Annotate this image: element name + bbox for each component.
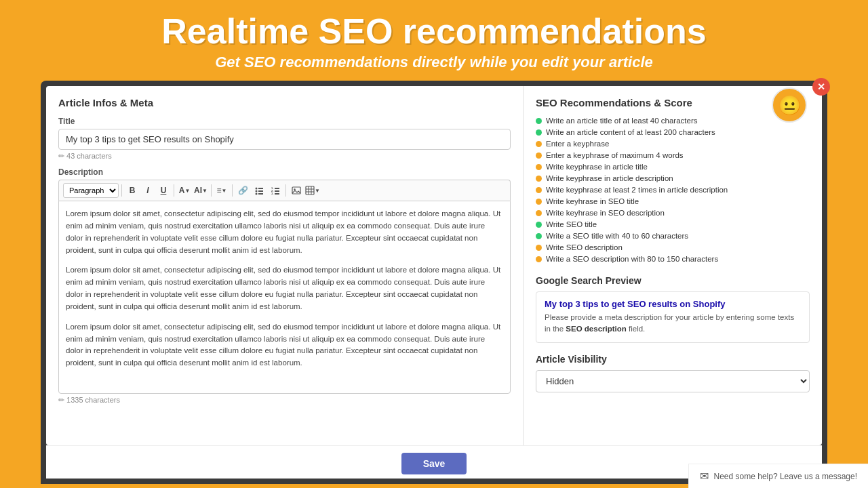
visibility-select[interactable]: Hidden Visible: [536, 370, 810, 392]
rec-dot-3: [536, 152, 542, 159]
rec-item-7: Write keyhrase in SEO title: [536, 197, 810, 205]
svg-rect-3: [258, 190, 263, 192]
rec-text-9: Write SEO title: [546, 220, 597, 228]
avatar: 😐: [772, 87, 807, 123]
table-button[interactable]: ▼: [305, 183, 320, 198]
toolbar-separator-3: [211, 184, 212, 197]
rec-text-8: Write keyhrase in SEO description: [546, 209, 665, 217]
rec-text-12: Write a SEO description with 80 to 150 c…: [546, 255, 718, 263]
rec-item-0: Write an article title of at least 40 ch…: [536, 117, 810, 125]
header: Realtime SEO recommendations Get SEO rec…: [0, 0, 868, 81]
bold-button[interactable]: B: [125, 183, 140, 198]
rec-item-10: Write a SEO title with 40 to 60 characte…: [536, 232, 810, 240]
rec-text-7: Write keyhrase in SEO title: [546, 197, 639, 205]
underline-button[interactable]: U: [156, 183, 171, 198]
rec-text-2: Enter a keyphrase: [546, 140, 609, 148]
left-panel-title: Article Infos & Meta: [58, 97, 511, 108]
rec-dot-5: [536, 176, 542, 182]
gsp-desc-bold: SEO description: [566, 325, 626, 333]
desc-char-count: 1335 characters: [58, 396, 511, 405]
align-button[interactable]: ≡▼: [214, 183, 229, 198]
format-select[interactable]: Paragraph: [63, 183, 119, 198]
rec-dot-0: [536, 118, 542, 124]
gsp-desc-after: field.: [627, 325, 646, 333]
description-label: Description: [58, 167, 511, 177]
rec-dot-8: [536, 210, 542, 216]
svg-point-0: [255, 187, 257, 189]
ai-button[interactable]: AI▼: [193, 183, 208, 198]
title-label: Title: [58, 117, 511, 126]
svg-rect-1: [258, 188, 263, 189]
help-text: Need some help? Leave us a message!: [714, 472, 857, 481]
svg-rect-9: [275, 190, 279, 192]
ul-button[interactable]: [252, 183, 267, 198]
toolbar-separator-1: [121, 184, 122, 197]
toolbar-separator-5: [285, 184, 286, 197]
editor-para-2: Lorem ipsum dolor sit amet, consectetur …: [66, 264, 503, 312]
main-title: Realtime SEO recommendations: [41, 12, 827, 51]
rec-dot-2: [536, 141, 542, 147]
rec-dot-9: [536, 222, 542, 228]
image-button[interactable]: [289, 183, 304, 198]
rec-dot-10: [536, 233, 542, 239]
rec-text-3: Enter a keyphrase of maximum 4 words: [546, 151, 684, 159]
close-button[interactable]: ✕: [812, 78, 830, 96]
rec-item-3: Enter a keyphrase of maximum 4 words: [536, 151, 810, 159]
rec-dot-4: [536, 164, 542, 170]
google-search-preview: My top 3 tips to get SEO results on Shop…: [536, 291, 810, 343]
svg-rect-5: [258, 193, 263, 195]
svg-rect-14: [306, 186, 314, 195]
editor-toolbar: Paragraph B I U A▼ AI▼ ≡▼: [58, 180, 511, 201]
help-bar: ✉ Need some help? Leave us a message!: [688, 464, 868, 488]
editor-content[interactable]: Lorem ipsum dolor sit amet, consectetur …: [58, 201, 511, 394]
toolbar-separator-4: [232, 184, 233, 197]
right-panel: SEO Recommendations & Score Write an art…: [524, 86, 822, 445]
rec-item-1: Write an article content of at least 200…: [536, 128, 810, 136]
modal-container: ✕ 😐 Article Infos & Meta Title 43 charac…: [41, 81, 827, 484]
rec-text-10: Write a SEO title with 40 to 60 characte…: [546, 232, 688, 240]
rec-item-4: Write keyphrase in article title: [536, 163, 810, 171]
svg-point-13: [294, 188, 295, 190]
recommendations-list: Write an article title of at least 40 ch…: [536, 117, 810, 263]
svg-rect-7: [275, 188, 279, 189]
rec-dot-6: [536, 187, 542, 193]
gsp-description: Please provide a meta description for yo…: [545, 312, 801, 336]
rec-text-6: Write keyphrase at least 2 times in arti…: [546, 186, 728, 194]
rec-item-2: Enter a keyphrase: [536, 140, 810, 148]
ol-button[interactable]: 1.2.3.: [268, 183, 283, 198]
text-format-group: B I U: [125, 183, 171, 198]
google-preview-title: Google Search Preview: [536, 275, 810, 286]
rec-item-6: Write keyphrase at least 2 times in arti…: [536, 186, 810, 194]
rec-text-5: Write keyphrase in article description: [546, 174, 673, 182]
rec-item-8: Write keyhrase in SEO description: [536, 209, 810, 217]
svg-rect-12: [292, 187, 300, 194]
svg-text:3.: 3.: [271, 192, 273, 195]
editor-para-1: Lorem ipsum dolor sit amet, consectetur …: [66, 208, 503, 256]
rec-item-5: Write keyphrase in article description: [536, 174, 810, 182]
rec-text-11: Write SEO description: [546, 243, 623, 251]
rec-dot-1: [536, 129, 542, 136]
text-color-button[interactable]: A▼: [177, 183, 192, 198]
rec-text-4: Write keyphrase in article title: [546, 163, 648, 171]
title-input[interactable]: [58, 129, 511, 150]
rec-item-12: Write a SEO description with 80 to 150 c…: [536, 255, 810, 263]
main-subtitle: Get SEO recommendations directly while y…: [41, 54, 827, 71]
italic-button[interactable]: I: [140, 183, 155, 198]
title-char-count: 43 characters: [58, 152, 511, 161]
gsp-link: My top 3 tips to get SEO results on Shop…: [545, 299, 801, 309]
editor-para-3: Lorem ipsum dolor sit amet, consectetur …: [66, 321, 503, 369]
visibility-title: Article Visibility: [536, 354, 810, 365]
rec-text-0: Write an article title of at least 40 ch…: [546, 117, 698, 125]
help-icon: ✉: [700, 470, 709, 483]
svg-rect-11: [275, 193, 279, 195]
rec-item-11: Write SEO description: [536, 243, 810, 251]
rec-text-1: Write an article content of at least 200…: [546, 128, 715, 136]
link-button[interactable]: 🔗: [235, 183, 250, 198]
right-panel-title: SEO Recommendations & Score: [536, 97, 810, 108]
save-button[interactable]: Save: [401, 453, 467, 474]
rec-item-9: Write SEO title: [536, 220, 810, 228]
toolbar-separator-2: [174, 184, 174, 197]
rec-dot-12: [536, 256, 542, 262]
rec-dot-11: [536, 245, 542, 251]
svg-point-2: [255, 190, 257, 192]
